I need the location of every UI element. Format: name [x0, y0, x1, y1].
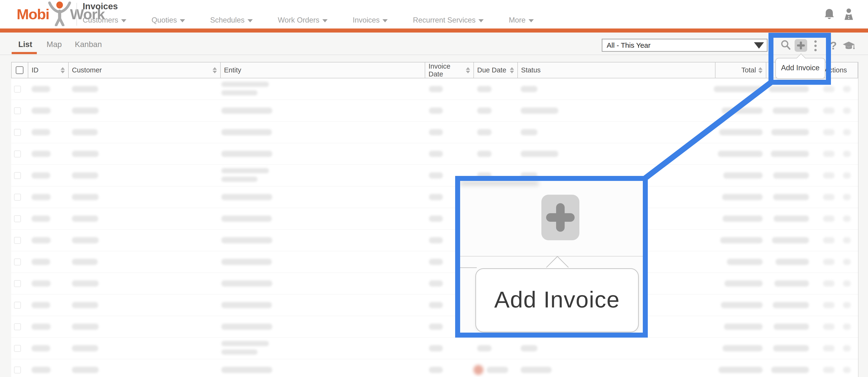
- row-checkbox[interactable]: [14, 259, 21, 266]
- row-checkbox[interactable]: [14, 194, 21, 201]
- col-header-invoice-date[interactable]: Invoice Date: [425, 62, 474, 78]
- col-header-id[interactable]: ID: [28, 62, 69, 78]
- row-action-icon[interactable]: [843, 86, 851, 92]
- overdue-indicator-icon: [473, 365, 484, 375]
- redacted-invoice-date-cell: [429, 194, 443, 200]
- sort-icon[interactable]: [466, 67, 470, 73]
- row-action-icon[interactable]: [823, 280, 835, 286]
- tab-list[interactable]: List: [18, 40, 32, 49]
- row-action-icon[interactable]: [823, 259, 835, 265]
- nav-item-quoties[interactable]: Quoties: [152, 16, 185, 25]
- table-row[interactable]: [11, 122, 858, 143]
- redacted-total-cell: [724, 280, 763, 286]
- sort-icon[interactable]: [213, 67, 217, 73]
- notifications-bell-icon[interactable]: [823, 8, 835, 21]
- table-row[interactable]: [11, 78, 858, 100]
- table-row[interactable]: [11, 143, 858, 165]
- row-checkbox[interactable]: [14, 237, 21, 244]
- col-header-due-date[interactable]: Due Date: [474, 62, 518, 78]
- row-checkbox[interactable]: [14, 367, 21, 373]
- col-header-status[interactable]: Status: [518, 62, 715, 78]
- nav-label: Customers: [83, 16, 118, 25]
- row-action-icon[interactable]: [843, 107, 851, 114]
- tab-kanban[interactable]: Kanban: [75, 40, 102, 49]
- sort-icon[interactable]: [61, 67, 65, 73]
- nav-item-recurrent-services[interactable]: Recurrent Services: [413, 16, 484, 25]
- table-row[interactable]: [11, 316, 858, 338]
- kebab-menu-icon[interactable]: [814, 40, 817, 53]
- table-row[interactable]: [11, 230, 858, 251]
- row-checkbox[interactable]: [14, 150, 21, 158]
- sort-icon[interactable]: [758, 67, 763, 73]
- col-label: Due Date: [477, 66, 506, 74]
- table-row[interactable]: [11, 295, 858, 316]
- redacted-status-cell: [521, 367, 552, 373]
- filter-dropdown[interactable]: All - This Year: [602, 39, 768, 52]
- table-row[interactable]: [11, 359, 858, 377]
- row-action-icon[interactable]: [843, 215, 851, 222]
- col-header-entity[interactable]: Entity: [221, 62, 425, 78]
- row-action-icon[interactable]: [843, 151, 851, 157]
- row-checkbox[interactable]: [14, 280, 21, 287]
- table-body: [11, 78, 858, 377]
- row-action-icon[interactable]: [843, 302, 851, 308]
- table-row[interactable]: [11, 273, 858, 295]
- row-action-icon[interactable]: [823, 215, 835, 222]
- row-action-icon[interactable]: [823, 107, 835, 114]
- add-invoice-button[interactable]: [795, 39, 807, 52]
- row-checkbox[interactable]: [14, 323, 21, 330]
- row-action-icon[interactable]: [843, 323, 851, 330]
- magnified-add-invoice-button: [541, 195, 579, 240]
- row-action-icon[interactable]: [823, 194, 835, 200]
- training-cap-icon[interactable]: [842, 41, 855, 53]
- row-action-icon[interactable]: [823, 172, 835, 178]
- row-checkbox[interactable]: [14, 107, 21, 114]
- row-action-icon[interactable]: [823, 151, 835, 157]
- nav-item-invoices[interactable]: Invoices: [353, 16, 388, 25]
- user-account-icon[interactable]: [843, 8, 855, 21]
- col-header-customer[interactable]: Customer: [69, 62, 221, 78]
- nav-item-schedules[interactable]: Schedules: [210, 16, 253, 25]
- table-row[interactable]: [11, 251, 858, 273]
- row-action-icon[interactable]: [823, 345, 835, 351]
- row-action-icon[interactable]: [843, 194, 851, 200]
- row-checkbox[interactable]: [14, 215, 21, 222]
- filter-dropdown-value: All - This Year: [607, 41, 651, 49]
- row-action-icon[interactable]: [843, 129, 851, 135]
- row-action-icon[interactable]: [823, 237, 835, 243]
- row-action-icon[interactable]: [843, 172, 851, 178]
- table-row[interactable]: [11, 186, 858, 208]
- row-checkbox[interactable]: [14, 86, 21, 93]
- redacted-status-cell: [521, 107, 558, 114]
- select-all-checkbox[interactable]: [16, 66, 24, 74]
- row-checkbox[interactable]: [14, 302, 21, 309]
- row-action-icon[interactable]: [843, 367, 851, 373]
- row-action-icon[interactable]: [843, 280, 851, 286]
- redacted-total-cell: [727, 259, 763, 265]
- row-checkbox[interactable]: [14, 345, 21, 352]
- nav-item-customers[interactable]: Customers: [83, 16, 126, 25]
- tab-map[interactable]: Map: [46, 40, 62, 49]
- help-icon[interactable]: ?: [830, 39, 837, 52]
- row-action-icon[interactable]: [843, 237, 851, 243]
- redacted-entity-cell: [221, 302, 272, 308]
- row-action-icon[interactable]: [823, 302, 835, 308]
- row-action-icon[interactable]: [823, 367, 835, 373]
- search-icon[interactable]: [780, 39, 792, 52]
- sort-icon[interactable]: [510, 67, 514, 73]
- nav-item-more[interactable]: More: [509, 16, 534, 25]
- table-row[interactable]: [11, 165, 858, 186]
- table-row[interactable]: [11, 208, 858, 230]
- row-action-icon[interactable]: [823, 86, 835, 92]
- table-row[interactable]: [11, 100, 858, 122]
- redacted-customer-cell: [72, 345, 98, 351]
- row-checkbox[interactable]: [14, 129, 21, 136]
- table-row[interactable]: [11, 338, 858, 359]
- nav-item-work-orders[interactable]: Work Orders: [278, 16, 328, 25]
- row-action-icon[interactable]: [843, 345, 851, 351]
- row-checkbox[interactable]: [14, 172, 21, 179]
- row-action-icon[interactable]: [843, 259, 851, 265]
- row-action-icon[interactable]: [823, 129, 835, 135]
- col-header-total[interactable]: Total: [715, 62, 767, 78]
- row-action-icon[interactable]: [823, 323, 835, 330]
